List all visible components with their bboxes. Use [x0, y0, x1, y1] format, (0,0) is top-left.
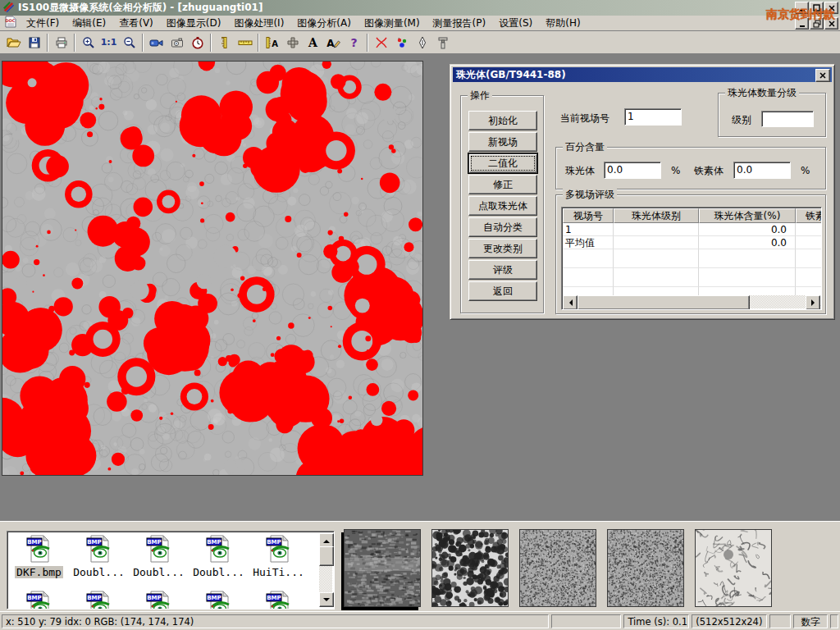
table-cell: [699, 268, 796, 287]
svg-text:BMP: BMP: [207, 595, 221, 601]
menu-item-1[interactable]: 文件(F): [20, 15, 66, 32]
file-item-clipped[interactable]: BMP: [189, 591, 249, 609]
table-empty-row[interactable]: [563, 268, 820, 287]
grade-input[interactable]: [761, 111, 814, 127]
menu-item-6[interactable]: 图像分析(A): [290, 15, 358, 32]
close-button[interactable]: [824, 2, 838, 14]
actual-size-button[interactable]: 1:1: [98, 33, 119, 52]
edit-text-button[interactable]: A: [323, 33, 344, 52]
title-bar: IS100显微摄像系统(金相分析版) - [zhuguangti01]: [0, 0, 840, 16]
scroll-down-icon[interactable]: [319, 592, 334, 607]
file-item-2[interactable]: BMPDoubl...: [69, 535, 129, 578]
thumbnail-5[interactable]: [695, 529, 772, 607]
pearlite-percent-input[interactable]: 0.0: [604, 162, 661, 179]
operations-group-label: 操作: [468, 89, 492, 101]
classify-balls-button[interactable]: [391, 33, 412, 52]
video-camera-button[interactable]: [146, 33, 167, 52]
bmp-file-icon: BMP: [85, 591, 113, 609]
menu-item-4[interactable]: 图像显示(D): [160, 15, 228, 32]
ruler-button[interactable]: [235, 33, 255, 52]
text-tool-button[interactable]: A: [303, 33, 323, 52]
bmp-file-icon: BMP: [265, 535, 293, 565]
file-scrollbar-thumb[interactable]: [319, 546, 334, 566]
application-window: IS100显微摄像系统(金相分析版) - [zhuguangti01] 南京货到…: [0, 0, 840, 630]
table-column-header[interactable]: 珠光体级别: [614, 208, 699, 223]
camera-button[interactable]: [167, 33, 187, 52]
zoom-out-button[interactable]: [119, 33, 139, 52]
menu-item-7[interactable]: 图像测量(M): [358, 15, 427, 32]
grid-icon: [286, 36, 299, 49]
measure-text-button[interactable]: A: [262, 33, 282, 52]
open-folder-button[interactable]: [3, 33, 24, 52]
mdi-minimize-button[interactable]: [795, 17, 809, 30]
file-list-scrollbar[interactable]: [319, 533, 332, 607]
micrograph-image[interactable]: [2, 61, 423, 476]
table-column-header[interactable]: 视场号: [563, 208, 614, 223]
menu-item-10[interactable]: 帮助(H): [539, 15, 587, 32]
brush-button[interactable]: [432, 33, 453, 52]
menu-item-2[interactable]: 编辑(E): [66, 15, 112, 32]
menu-item-3[interactable]: 查看(V): [112, 15, 160, 32]
help-button[interactable]: ?: [344, 33, 364, 52]
dialog-button-5[interactable]: 点取珠光体: [468, 196, 537, 216]
mdi-restore-button[interactable]: [810, 17, 824, 30]
table-row[interactable]: 10.0: [563, 223, 820, 236]
dialog-button-2[interactable]: 新视场: [468, 132, 537, 152]
minimize-button[interactable]: [795, 2, 809, 14]
document-icon[interactable]: DOC: [4, 16, 17, 30]
print-button[interactable]: [51, 33, 71, 52]
curve-tool-button[interactable]: [371, 33, 391, 52]
table-column-header[interactable]: 珠光体含量(%): [699, 208, 796, 223]
grade-group: 珠光体数量分级 级别: [718, 93, 826, 137]
table-column-header[interactable]: 铁素体: [796, 208, 822, 223]
toolbar-separator: [258, 34, 259, 52]
toolbar-separator: [210, 34, 212, 52]
svg-text:BMP: BMP: [267, 539, 281, 546]
scrollbar-track[interactable]: [750, 295, 806, 308]
file-item-3[interactable]: BMPDoubl...: [129, 535, 189, 578]
dialog-button-1[interactable]: 初始化: [468, 111, 537, 130]
caliper-button[interactable]: [214, 33, 235, 52]
table-horizontal-scrollbar[interactable]: [563, 295, 820, 308]
scroll-right-icon[interactable]: [806, 295, 820, 310]
dialog-title: 珠光体(GB/T9441-88): [456, 68, 566, 82]
file-item-clipped[interactable]: BMP: [69, 591, 129, 609]
table-cell: [796, 223, 822, 236]
zoom-in-button[interactable]: [78, 33, 98, 52]
thumbnail-3[interactable]: [519, 529, 596, 607]
file-item-clipped[interactable]: BMP: [129, 591, 189, 609]
mdi-close-button[interactable]: [824, 17, 838, 30]
timer-button[interactable]: [187, 33, 208, 52]
dialog-close-icon[interactable]: [815, 69, 830, 82]
save-button[interactable]: [24, 33, 44, 52]
bmp-file-icon: BMP: [25, 535, 53, 565]
dialog-title-bar[interactable]: 珠光体(GB/T9441-88): [453, 67, 832, 82]
dialog-button-3[interactable]: 二值化: [468, 153, 537, 173]
file-item-clipped[interactable]: BMP: [249, 591, 308, 609]
table-row[interactable]: 平均值0.0: [563, 236, 820, 249]
file-item-clipped[interactable]: BMP: [9, 591, 69, 609]
current-field-input[interactable]: 1: [624, 108, 682, 126]
ferrite-percent-input[interactable]: 0.0: [733, 162, 791, 179]
pen-button[interactable]: [412, 33, 432, 52]
menu-item-5[interactable]: 图像处理(I): [227, 15, 290, 32]
save-icon: [28, 36, 41, 49]
thumbnail-2[interactable]: [431, 529, 509, 607]
scroll-left-icon[interactable]: [563, 295, 578, 310]
thumbnail-4[interactable]: [607, 529, 684, 607]
dialog-button-6[interactable]: 自动分类: [468, 217, 537, 237]
file-item-1[interactable]: BMPDKF.bmp: [9, 535, 69, 578]
menu-item-8[interactable]: 测量报告(P): [427, 15, 493, 32]
table-empty-row[interactable]: [563, 249, 820, 268]
dialog-button-7[interactable]: 更改类别: [468, 239, 537, 258]
thumbnail-1[interactable]: [344, 529, 421, 607]
dialog-button-9[interactable]: 返回: [468, 281, 537, 301]
dialog-button-4[interactable]: 修正: [468, 175, 537, 194]
grid-button[interactable]: [282, 33, 303, 52]
menu-item-9[interactable]: 设置(S): [492, 15, 539, 32]
file-item-4[interactable]: BMPDoubl...: [189, 535, 249, 578]
maximize-button[interactable]: [810, 2, 824, 14]
dialog-button-8[interactable]: 评级: [468, 260, 537, 280]
file-item-5[interactable]: BMPHuiTi...: [249, 535, 308, 578]
scrollbar-thumb[interactable]: [578, 295, 750, 310]
